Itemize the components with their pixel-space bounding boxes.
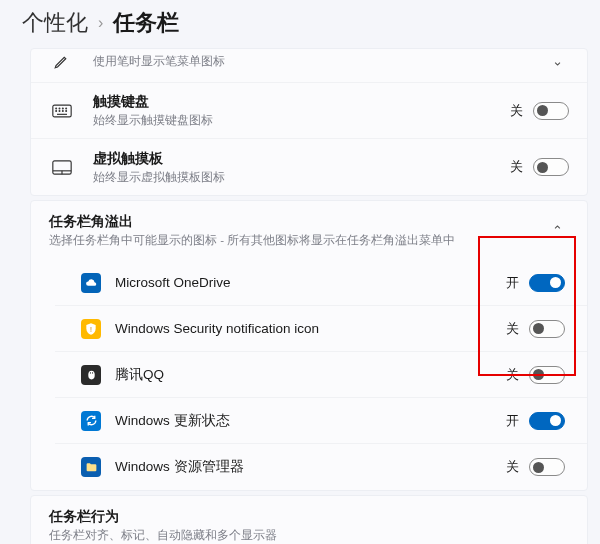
toggle-status: 关	[499, 458, 519, 476]
overflow-item-label: Windows 资源管理器	[115, 458, 499, 476]
touchpad-icon	[49, 160, 75, 175]
setting-subtitle: 始终显示虚拟触摸板图标	[93, 170, 503, 185]
overflow-item-label: Microsoft OneDrive	[115, 275, 499, 290]
pen-icon	[49, 52, 75, 70]
toggle-switch[interactable]	[529, 412, 565, 430]
toggle-switch[interactable]	[533, 102, 569, 120]
overflow-item-row[interactable]: Windows 资源管理器关	[55, 444, 587, 490]
app-icon	[81, 273, 101, 293]
toggle-status: 开	[499, 274, 519, 292]
chevron-right-icon: ›	[98, 14, 103, 32]
toggle-switch[interactable]	[529, 366, 565, 384]
svg-point-7	[59, 110, 60, 111]
app-icon	[81, 365, 101, 385]
toggle-switch[interactable]	[529, 274, 565, 292]
section-header-behavior: 任务栏行为 任务栏对齐、标记、自动隐藏和多个显示器	[31, 496, 587, 544]
overflow-item-row[interactable]: Windows 更新状态开	[55, 398, 587, 444]
setting-title: 虚拟触摸板	[93, 150, 503, 168]
svg-point-5	[66, 108, 67, 109]
section-title: 任务栏行为	[49, 508, 569, 526]
overflow-list: Microsoft OneDrive开!Windows Security not…	[31, 260, 587, 490]
section-subtitle: 选择任务栏角中可能显示的图标 - 所有其他图标将显示在任务栏角溢出菜单中	[49, 233, 546, 248]
toggle-status: 关	[503, 102, 523, 120]
setting-subtitle: 始终显示触摸键盘图标	[93, 113, 503, 128]
svg-point-8	[62, 110, 63, 111]
top-section-card: 使用笔时显示笔菜单图标 关 ⌃ 触摸键盘 始终显示触摸键盘图标 关 虚拟触摸板 …	[30, 48, 588, 196]
section-title: 任务栏角溢出	[49, 213, 546, 231]
setting-row-touch-keyboard[interactable]: 触摸键盘 始终显示触摸键盘图标 关	[31, 83, 587, 139]
breadcrumb-current: 任务栏	[113, 8, 179, 38]
overflow-item-row[interactable]: !Windows Security notification icon关	[55, 306, 587, 352]
keyboard-icon	[49, 104, 75, 118]
overflow-item-row[interactable]: 腾讯QQ关	[55, 352, 587, 398]
svg-point-9	[66, 110, 67, 111]
breadcrumb-parent[interactable]: 个性化	[22, 8, 88, 38]
toggle-status: 关	[499, 320, 519, 338]
svg-point-4	[62, 108, 63, 109]
section-header-overflow[interactable]: 任务栏角溢出 选择任务栏角中可能显示的图标 - 所有其他图标将显示在任务栏角溢出…	[31, 201, 587, 260]
overflow-section-card: 任务栏角溢出 选择任务栏角中可能显示的图标 - 所有其他图标将显示在任务栏角溢出…	[30, 200, 588, 491]
setting-row-pen-menu[interactable]: 使用笔时显示笔菜单图标 关 ⌃	[31, 49, 587, 83]
svg-point-2	[56, 108, 57, 109]
toggle-status: 关	[499, 366, 519, 384]
svg-point-16	[92, 372, 93, 373]
app-icon: !	[81, 319, 101, 339]
svg-point-15	[89, 372, 90, 373]
chevron-up-icon[interactable]: ⌃	[546, 223, 569, 238]
overflow-item-label: 腾讯QQ	[115, 366, 499, 384]
overflow-item-label: Windows Security notification icon	[115, 321, 499, 336]
toggle-switch[interactable]	[529, 320, 565, 338]
setting-row-virtual-touchpad[interactable]: 虚拟触摸板 始终显示虚拟触摸板图标 关	[31, 139, 587, 195]
svg-point-3	[59, 108, 60, 109]
toggle-status: 开	[499, 412, 519, 430]
behavior-section-card[interactable]: 任务栏行为 任务栏对齐、标记、自动隐藏和多个显示器	[30, 495, 588, 544]
app-icon	[81, 457, 101, 477]
breadcrumb: 个性化 › 任务栏	[0, 0, 600, 40]
toggle-switch[interactable]	[533, 158, 569, 176]
svg-point-6	[56, 110, 57, 111]
main-content: 使用笔时显示笔菜单图标 关 ⌃ 触摸键盘 始终显示触摸键盘图标 关 虚拟触摸板 …	[0, 40, 600, 544]
app-icon	[81, 411, 101, 431]
setting-subtitle: 使用笔时显示笔菜单图标	[93, 54, 480, 69]
setting-title: 触摸键盘	[93, 93, 503, 111]
svg-point-14	[88, 371, 95, 380]
section-subtitle: 任务栏对齐、标记、自动隐藏和多个显示器	[49, 528, 569, 543]
toggle-switch[interactable]	[529, 458, 565, 476]
toggle-status: 关	[503, 158, 523, 176]
chevron-up-icon: ⌃	[546, 53, 569, 68]
overflow-item-row[interactable]: Microsoft OneDrive开	[55, 260, 587, 306]
overflow-item-label: Windows 更新状态	[115, 412, 499, 430]
svg-text:!: !	[90, 325, 92, 332]
